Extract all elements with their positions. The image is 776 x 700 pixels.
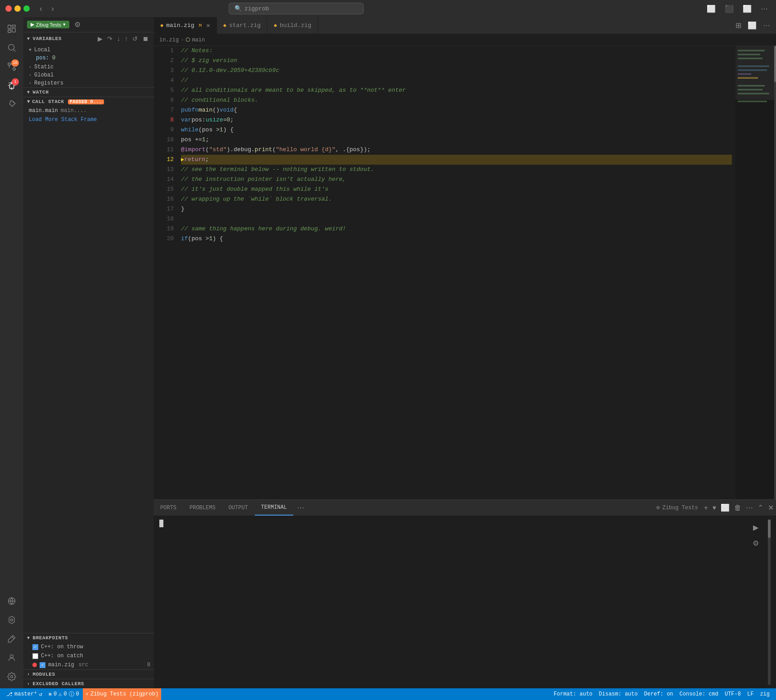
status-console[interactable]: Console: cmd	[677, 688, 721, 700]
modules-chevron-icon: ›	[27, 672, 30, 677]
code-content[interactable]: // Notes: // $ zig version // 0.12.0-dev…	[177, 46, 735, 499]
close-terminal-button[interactable]: ✕	[766, 500, 776, 516]
tab-terminal[interactable]: TERMINAL	[255, 500, 294, 516]
tab-main-zig[interactable]: ◆ main.zig M ✕	[154, 17, 217, 34]
breadcrumb-main[interactable]: main	[192, 37, 205, 43]
load-more-stack-frames[interactable]: Load More Stack Frame	[23, 115, 154, 124]
split-editor-right-button[interactable]: ⊞	[733, 20, 744, 31]
status-branch[interactable]: ⎇ master* ↺	[4, 688, 45, 700]
bp-cpp-catch[interactable]: C++: on catch	[23, 651, 154, 660]
svg-rect-1	[12, 25, 15, 27]
maximize-terminal-button[interactable]: ⌃	[755, 500, 766, 516]
bp-cpp-throw-checkbox[interactable]: ✓	[32, 644, 38, 650]
callstack-item-main[interactable]: main.main main....	[23, 106, 154, 115]
step-into-button[interactable]: ↓	[115, 34, 122, 43]
activity-settings[interactable]	[3, 668, 21, 686]
restart-button[interactable]: ↺	[131, 34, 140, 43]
tab-problems[interactable]: PROBLEMS	[183, 500, 222, 516]
split-terminal-button[interactable]: ⬜	[718, 500, 732, 516]
static-chevron-icon: ›	[29, 65, 32, 70]
status-line-ending[interactable]: LF	[744, 688, 756, 700]
svg-rect-15	[735, 46, 776, 499]
status-disasm[interactable]: Disasm: auto	[596, 688, 640, 700]
svg-point-7	[13, 68, 16, 71]
main-layout: 16 1	[0, 17, 776, 688]
terminal-run-button[interactable]: ▶	[751, 521, 760, 534]
search-bar[interactable]: 🔍 zigprob	[229, 3, 364, 14]
split-editor-button[interactable]: ⬜	[740, 4, 754, 14]
status-deref[interactable]: Deref: on	[641, 688, 676, 700]
tab-start-zig[interactable]: ◆ start.zig	[217, 17, 267, 34]
terminal-more-button[interactable]: ⋯	[293, 500, 308, 516]
fullscreen-button[interactable]	[23, 5, 30, 12]
continue-button[interactable]: ▶	[96, 34, 104, 43]
bp-main-checkbox[interactable]: ✓	[40, 662, 45, 668]
code-line-9: while (pos > 1 ) {	[181, 125, 732, 135]
bp-cpp-throw[interactable]: ✓ C++: on throw	[23, 642, 154, 651]
registers-tree-item[interactable]: › Registers	[23, 79, 154, 87]
tab-build-zig[interactable]: ◆ build.zig	[267, 17, 318, 34]
bp-cpp-catch-checkbox[interactable]	[32, 653, 38, 659]
terminal-ellipsis-button[interactable]: ⋯	[744, 500, 755, 516]
activity-extensions[interactable]	[3, 95, 21, 113]
global-chevron-icon: ›	[29, 73, 32, 78]
run-debug-button[interactable]: ▶ Zibug Tests ▾	[27, 21, 69, 28]
status-errors[interactable]: ⊗ 0 ⚠ 0 ⓘ 0	[46, 688, 82, 700]
status-debug-session[interactable]: ⚡ Zibug Tests (zigprob)	[83, 688, 161, 700]
bp-main-zig[interactable]: ✓ main.zig src 8	[23, 660, 154, 669]
tab-more-button[interactable]: ⋯	[761, 20, 772, 31]
close-button[interactable]	[5, 5, 12, 12]
sync-icon: ↺	[39, 691, 42, 698]
code-line-6: // conditional blocks.	[181, 95, 732, 105]
tab-ports[interactable]: PORTS	[154, 500, 183, 516]
activity-remote[interactable]	[3, 592, 21, 610]
step-out-button[interactable]: ↑	[123, 34, 130, 43]
activity-pen-test[interactable]	[3, 630, 21, 648]
activity-search[interactable]	[3, 39, 21, 57]
minimize-button[interactable]	[14, 5, 21, 12]
svg-rect-3	[8, 30, 11, 33]
git-icon: ⎇	[6, 691, 13, 698]
minimap-slider[interactable]	[735, 46, 776, 100]
kill-terminal-button[interactable]: 🗑	[732, 500, 744, 516]
static-tree-item[interactable]: › Static	[23, 63, 154, 71]
activity-source-control[interactable]: 16	[3, 58, 21, 76]
pos-variable: pos: 0	[23, 54, 154, 62]
stop-button[interactable]: ⏹	[140, 34, 150, 43]
status-format[interactable]: Format: auto	[551, 688, 595, 700]
terminal-dropdown-button[interactable]: ▾	[710, 500, 718, 516]
local-tree-item[interactable]: ▼ Local	[23, 46, 154, 54]
status-language[interactable]: zig	[757, 688, 772, 700]
editor-scrollbar-thumb[interactable]	[774, 46, 776, 82]
sidebar-toggle-button[interactable]: ⬜	[704, 4, 718, 14]
modules-header: › MODULES	[23, 670, 154, 679]
code-line-20: if (pos > 1 ) {	[181, 234, 732, 244]
activity-debug[interactable]: 1	[3, 76, 21, 94]
global-tree-item[interactable]: › Global	[23, 71, 154, 79]
new-terminal-button[interactable]: +	[702, 500, 710, 516]
more-button[interactable]: ⋯	[758, 4, 771, 14]
breadcrumb-inzig[interactable]: in.zig	[159, 37, 179, 43]
code-line-19: // same thing happens here during debug.…	[181, 224, 732, 234]
forward-button[interactable]: ›	[49, 3, 57, 14]
step-over-button[interactable]: ↷	[105, 34, 114, 43]
tab-actions: ⊞ ⬜ ⋯	[730, 17, 776, 34]
code-line-10: pos += 1 ;	[181, 135, 732, 145]
activity-account[interactable]	[3, 649, 21, 667]
status-bar: ⎇ master* ↺ ⊗ 0 ⚠ 0 ⓘ 0 ⚡ Zibug Tests (z…	[0, 688, 776, 700]
status-encoding[interactable]: UTF-8	[722, 688, 744, 700]
minimap	[735, 46, 776, 499]
activity-kubernetes[interactable]	[3, 611, 21, 629]
layout-button[interactable]: ⬛	[722, 4, 736, 14]
terminal-scrollbar-thumb[interactable]	[768, 520, 771, 538]
excluded-callers-section: › EXCLUDED CALLERS	[23, 679, 154, 688]
tab-close-main[interactable]: ✕	[206, 22, 210, 29]
activity-explorer[interactable]	[3, 20, 21, 38]
terminal-main[interactable]	[159, 520, 744, 685]
layout-toggle-button[interactable]: ⬜	[745, 20, 759, 31]
settings-button[interactable]: ⚙	[72, 19, 83, 30]
tab-output[interactable]: OUTPUT	[222, 500, 255, 516]
back-button[interactable]: ‹	[37, 3, 45, 14]
excluded-callers-header: › EXCLUDED CALLERS	[23, 679, 154, 688]
terminal-settings-button[interactable]: ⚙	[751, 537, 761, 549]
